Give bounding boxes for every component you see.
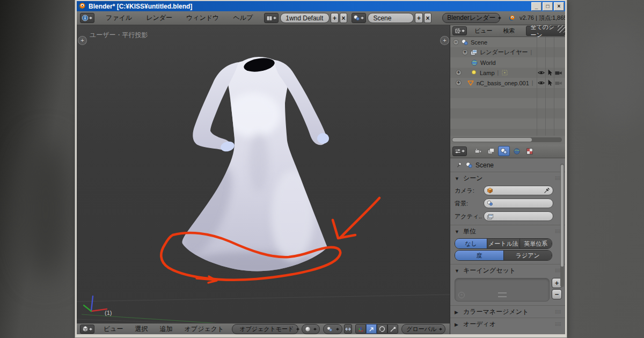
panel-grip-icon[interactable]: ⠿⠿ [555,310,561,315]
mode-dropdown[interactable]: オブジェクトモード [232,324,298,334]
keying-sets-list[interactable]: + [455,278,550,302]
outliner-item-label[interactable]: World [480,60,496,66]
audio-panel-header[interactable]: ▶ オーディオ ⠿⠿ [450,319,565,330]
eyedropper-icon[interactable] [544,187,550,194]
minimize-button[interactable]: _ [531,2,541,11]
manipulator-scale-button[interactable] [387,324,398,334]
tab-texture[interactable] [524,146,536,156]
collapse-arrow-icon[interactable]: ▼ [455,229,460,234]
tab-world[interactable] [511,146,523,156]
expand-toggle-icon[interactable]: + [456,80,462,86]
outliner-item-label[interactable]: Lamp [480,70,495,76]
background-scene-field[interactable] [484,199,553,208]
units-panel-header[interactable]: ▼ 単位 ⠿⠿ [450,226,565,237]
menu-view[interactable]: ビュー [98,325,129,334]
pivot-point-dropdown[interactable] [323,324,342,334]
outliner-item-label[interactable]: Scene [471,39,487,46]
collapse-arrow-icon[interactable]: ▼ [455,268,460,274]
menu-object[interactable]: オブジェクト [179,325,230,334]
maximize-button[interactable]: □ [543,2,553,11]
editor-type-button-info[interactable] [80,13,94,23]
keying-sets-panel-header[interactable]: ▼ キーイングセット ⠿⠿ [450,265,565,276]
add-scene-button[interactable]: + [415,13,423,23]
scene-name-field[interactable]: Scene [368,13,414,23]
render-engine-dropdown[interactable]: Blenderレンダー [442,13,500,23]
dropdown-arrows-icon [89,15,93,21]
outliner-row-world[interactable]: World [450,57,565,68]
expand-arrow-icon[interactable]: ▶ [455,322,460,327]
collapse-toggle-icon[interactable]: − [453,39,459,45]
menu-file[interactable]: ファイル [99,13,139,23]
properties-v-scrollbar[interactable] [560,164,564,287]
outliner-row-mesh-object[interactable]: + nC_basis_onep.001 | [450,78,565,88]
outliner-item-label[interactable]: レンダーレイヤー [480,48,528,56]
remove-keying-set-button[interactable]: − [552,289,562,299]
outliner-row-scene[interactable]: − Scene [450,37,565,47]
delete-scene-button[interactable]: × [424,13,432,23]
color-management-panel-header[interactable]: ▶ カラーマネージメント ⠿⠿ [450,306,565,318]
area-corner-grip[interactable] [558,25,565,33]
manipulator-axes-button[interactable] [355,324,366,334]
collapse-arrow-icon[interactable]: ▼ [455,176,460,181]
editor-type-button-3dview[interactable] [80,325,94,334]
close-button[interactable]: × [554,2,564,11]
manipulate-centers-toggle[interactable] [344,324,352,334]
visibility-eye-icon[interactable] [537,79,545,87]
unit-system-metric-button[interactable]: メートル法 [487,239,519,248]
orientation-dropdown[interactable]: グローバル [401,324,445,334]
rotation-degrees-button[interactable]: 度 [455,251,504,260]
selectability-cursor-icon[interactable] [546,69,554,77]
unit-system-none-button[interactable]: なし [455,239,487,248]
add-screen-button[interactable]: + [331,13,339,23]
viewport-3d[interactable]: ユーザー・平行投影 (1) + + [77,25,450,323]
scene-browse-button[interactable] [352,13,366,23]
menu-render[interactable]: レンダー [139,13,179,23]
toolshelf-expand-icon[interactable]: + [78,36,87,45]
unit-system-imperial-button[interactable]: 英単位系 [520,239,552,248]
outliner-menu-view[interactable]: ビュー [469,27,498,35]
menu-add[interactable]: 追加 [154,325,179,334]
selectability-cursor-icon[interactable] [546,79,554,87]
panel-grip-icon[interactable]: ⠿⠿ [555,322,561,327]
outliner-row-lamp[interactable]: + Lamp | [450,68,565,78]
scene-panel-header[interactable]: ▼ シーン ⠿⠿ [450,173,565,184]
editor-type-button-outliner[interactable] [452,26,467,35]
scrollbar-thumb[interactable] [561,165,564,267]
delete-screen-button[interactable]: × [340,13,348,23]
outliner-row-render-layers[interactable]: + レンダーレイヤー | [450,47,565,57]
lamp-icon [470,69,478,77]
tab-render-layers[interactable] [485,146,497,156]
screen-layout-browse-button[interactable] [264,13,279,23]
menu-window[interactable]: ウィンドウ [179,13,226,23]
sidebar-expand-icon[interactable]: + [440,36,449,45]
menu-help[interactable]: ヘルプ [226,13,260,23]
menu-select[interactable]: 選択 [129,325,154,334]
outliner-item-label[interactable]: nC_basis_onep.001 [477,80,529,86]
dress-model[interactable] [171,56,329,278]
viewport-shading-dropdown[interactable] [302,324,320,334]
camera-field[interactable] [484,186,553,195]
screen-layout-field[interactable]: 1wnd Default [280,13,330,23]
info-header: ファイル レンダー ウィンドウ ヘルプ 1wnd Default + × [77,11,565,25]
scrollbar-thumb[interactable] [452,138,532,142]
outliner-menu-search[interactable]: 検索 [498,27,521,35]
rotation-radians-button[interactable]: ラジアン [504,251,552,260]
tab-render[interactable] [472,146,484,156]
pin-icon[interactable] [456,161,463,168]
manipulator-translate-button[interactable] [366,324,377,334]
expand-toggle-icon[interactable]: + [462,49,468,55]
manipulator-rotate-button[interactable] [377,324,387,334]
expand-arrow-icon[interactable]: ▶ [455,310,460,315]
scene-icon [500,148,508,155]
editor-type-button-properties[interactable] [452,146,467,156]
renderability-camera-icon[interactable] [554,79,562,87]
visibility-eye-icon[interactable] [537,69,545,77]
window-titlebar[interactable]: Blender* [C:¥KISS¥untitled.blend] _ □ × [77,1,565,11]
active-layer-label: (1) [105,310,112,316]
outliner-h-scrollbar[interactable] [452,137,562,142]
active-clip-field[interactable] [484,211,553,221]
expand-toggle-icon[interactable]: + [456,70,462,76]
tab-scene[interactable] [498,146,510,156]
background-label: 背景: [455,200,481,208]
renderability-camera-icon[interactable] [554,69,562,77]
